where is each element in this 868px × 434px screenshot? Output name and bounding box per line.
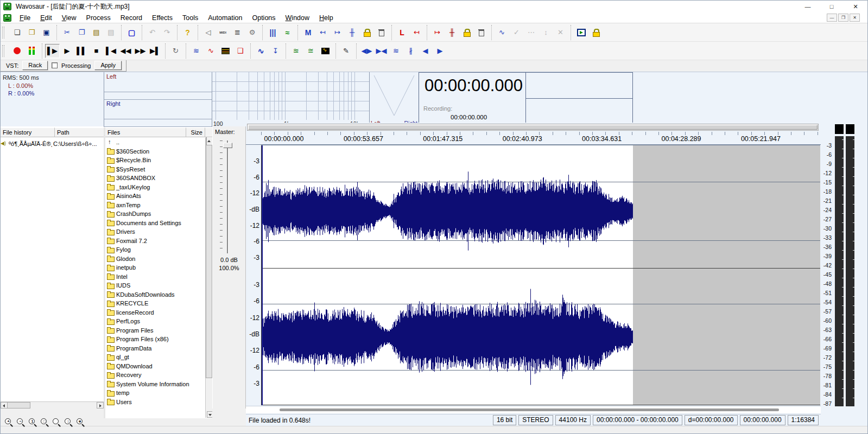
- scrollbar-thumb[interactable]: [8, 402, 30, 409]
- file-entry[interactable]: KRECYCLE: [105, 299, 204, 308]
- menu-item[interactable]: Process: [81, 13, 116, 23]
- save-file-button[interactable]: ▣: [39, 25, 54, 40]
- copy-button[interactable]: ❐: [74, 25, 89, 40]
- waveform-zoom-view-button[interactable]: ∿: [254, 44, 268, 58]
- shrink-selection-button[interactable]: ▶◀: [374, 44, 389, 58]
- master-slider-handle[interactable]: [223, 143, 232, 148]
- file-entry[interactable]: Program Files: [105, 326, 204, 335]
- file-entry[interactable]: $SysReset: [105, 165, 204, 174]
- vst-rack-button[interactable]: Rack: [22, 61, 48, 70]
- spectrum-analysis-button[interactable]: ∿: [204, 44, 218, 58]
- file-entry[interactable]: KDubaSoftDownloads: [105, 290, 204, 299]
- go-to-end-button[interactable]: ▶▌: [148, 44, 162, 58]
- midi-settings-button[interactable]: MIDI: [216, 25, 230, 40]
- file-entry[interactable]: temp: [105, 388, 204, 398]
- file-entry[interactable]: ..: [105, 138, 204, 147]
- overview-thumb[interactable]: [280, 409, 779, 411]
- file-entry[interactable]: PerfLogs: [105, 317, 204, 326]
- zoom-selection-button[interactable]: □: [39, 417, 50, 427]
- menu-item[interactable]: Edit: [35, 13, 57, 23]
- waveform-horizontal-scrollbar[interactable]: [247, 124, 819, 131]
- toolbar-grip[interactable]: [2, 45, 4, 57]
- fast-forward-button[interactable]: ▶▶: [133, 44, 148, 58]
- marker-previous-button[interactable]: ↤: [315, 25, 330, 40]
- loop-start-button[interactable]: L: [395, 25, 409, 40]
- copy-graphic-button[interactable]: ❑: [233, 44, 248, 58]
- crop-selection-button[interactable]: ▢: [124, 25, 139, 40]
- loop-lock-button[interactable]: [459, 25, 474, 40]
- monitor-input-button[interactable]: [24, 44, 39, 58]
- paste-mix-button[interactable]: ▤: [104, 25, 118, 40]
- master-slider-track[interactable]: [227, 141, 229, 253]
- record-button[interactable]: [10, 44, 24, 58]
- loop-delete-button[interactable]: [474, 25, 489, 40]
- menu-item[interactable]: File: [15, 13, 35, 23]
- marker-next-button[interactable]: ↦: [330, 25, 345, 40]
- play-from-cursor-button[interactable]: ▌▶: [45, 44, 60, 58]
- timeline-ruler[interactable]: 00:00:00.000 00:00:53.657 00:01:47.315 0…: [246, 132, 821, 145]
- column-header-size[interactable]: Size: [186, 127, 205, 137]
- loop-next-button[interactable]: ↦: [430, 25, 445, 40]
- zoom-vertical-out-button[interactable]: ∗: [74, 417, 86, 427]
- go-to-start-button[interactable]: ▌◀: [104, 44, 118, 58]
- scroll-left-button[interactable]: [1, 402, 8, 409]
- file-entry[interactable]: licenseRecord: [105, 308, 204, 317]
- marker-button[interactable]: M: [301, 25, 315, 40]
- file-entry[interactable]: Glodon: [105, 254, 204, 264]
- zoom-out-button[interactable]: −: [15, 417, 27, 427]
- marker-lock-button[interactable]: [359, 25, 374, 40]
- signal-generator-button[interactable]: [318, 44, 333, 58]
- loop-previous-button[interactable]: ↤: [409, 25, 424, 40]
- menu-item[interactable]: View: [57, 13, 81, 23]
- open-file-button[interactable]: ❒: [24, 25, 39, 40]
- column-header-files[interactable]: Files: [105, 127, 186, 137]
- envelope-tool-button[interactable]: ∿: [495, 25, 509, 40]
- scroll-right-button[interactable]: [97, 402, 104, 409]
- maximize-button[interactable]: □: [820, 1, 844, 12]
- file-entry[interactable]: Recovery: [105, 371, 204, 380]
- file-entry[interactable]: _taxUKeylog: [105, 183, 204, 192]
- sonogram-button[interactable]: [218, 44, 233, 58]
- zoom-vertical-in-button[interactable]: ↕: [62, 417, 74, 427]
- paste-button[interactable]: ▤: [89, 25, 104, 40]
- statistics-button[interactable]: ≊: [289, 44, 303, 58]
- play-button[interactable]: ▶: [60, 44, 74, 58]
- audio-properties-button[interactable]: ≋: [189, 44, 204, 58]
- history-horizontal-scrollbar[interactable]: [1, 401, 104, 409]
- file-entry[interactable]: ProgramData: [105, 344, 204, 353]
- rewind-button[interactable]: ◀◀: [118, 44, 133, 58]
- file-entry[interactable]: Drivers: [105, 227, 204, 237]
- cut-button[interactable]: ✂: [60, 25, 74, 40]
- file-entry[interactable]: System Volume Information: [105, 380, 204, 389]
- menu-item[interactable]: Options: [247, 13, 280, 23]
- processing-checkbox[interactable]: [52, 62, 58, 68]
- mdi-close-button[interactable]: ✕: [850, 14, 860, 22]
- menu-item[interactable]: Effects: [147, 13, 178, 23]
- toolbar-grip[interactable]: [2, 27, 4, 39]
- copy-to-markers-button[interactable]: ≋: [389, 44, 403, 58]
- menu-item[interactable]: Help: [314, 13, 338, 23]
- expand-selection-button[interactable]: ◀▶: [359, 44, 374, 58]
- envelope-clear-button[interactable]: ✕: [553, 25, 568, 40]
- file-entry[interactable]: $Recycle.Bin: [105, 156, 204, 165]
- zoom-in-button[interactable]: +: [3, 417, 15, 427]
- file-entry[interactable]: QMDownload: [105, 362, 204, 371]
- menu-item[interactable]: Record: [116, 13, 147, 23]
- loop-markers-button[interactable]: ╫: [445, 25, 459, 40]
- batch-processor-button[interactable]: ≣: [230, 25, 245, 40]
- undo-button[interactable]: ↶: [145, 25, 160, 40]
- mdi-minimize-button[interactable]: —: [827, 14, 837, 22]
- waveform-canvas[interactable]: [261, 145, 820, 405]
- help-button[interactable]: ?: [180, 25, 195, 40]
- new-file-button[interactable]: ❏: [10, 25, 24, 40]
- file-entry[interactable]: ql_gt: [105, 353, 204, 362]
- marker-insert-button[interactable]: ╫: [345, 25, 359, 40]
- audio-config-button[interactable]: ◁: [201, 25, 216, 40]
- play-window-button[interactable]: [574, 25, 588, 40]
- file-entry[interactable]: Documents and Settings: [105, 219, 204, 228]
- envelope-line-button[interactable]: ⋯: [524, 25, 538, 40]
- file-entry[interactable]: Users: [105, 398, 204, 407]
- waveform-snap-button[interactable]: ≈: [280, 25, 295, 40]
- scroll-down-button[interactable]: [207, 411, 212, 418]
- file-entry[interactable]: Program Files (x86): [105, 335, 204, 344]
